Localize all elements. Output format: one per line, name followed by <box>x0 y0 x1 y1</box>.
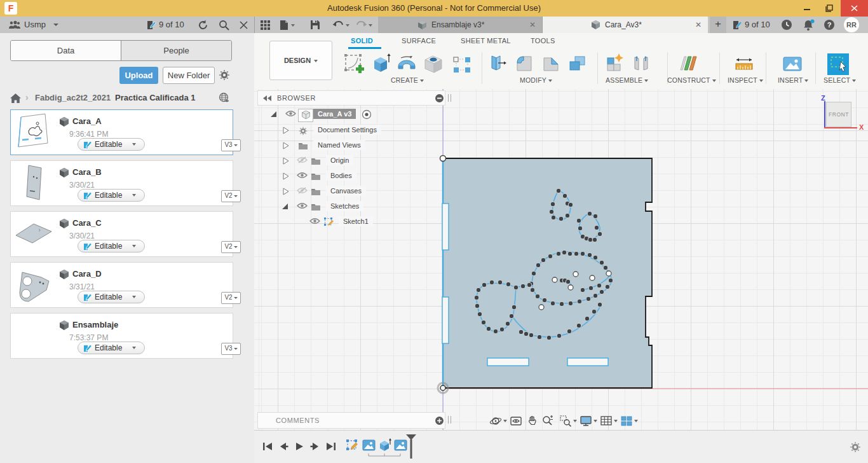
modeling-canvas[interactable]: BROWSER Cara_A v3 Document Settings Name… <box>254 89 868 430</box>
shared-globe-icon[interactable] <box>218 92 230 104</box>
browser-row-label[interactable]: Named Views <box>313 140 365 150</box>
timeline-settings-gear-icon[interactable] <box>849 441 862 453</box>
search-icon[interactable] <box>219 20 229 31</box>
group-label-construct[interactable]: CONSTRUCT <box>667 76 716 84</box>
item-version-dropdown[interactable]: V3 <box>221 343 241 355</box>
create-sketch-icon[interactable] <box>343 52 367 76</box>
zoom-window-caret[interactable] <box>573 420 577 422</box>
expanded-triangle-icon[interactable] <box>270 111 277 118</box>
collapsed-triangle-icon[interactable] <box>283 127 289 134</box>
restore-button[interactable] <box>820 0 839 17</box>
refresh-icon[interactable] <box>198 20 208 31</box>
team-chevron-down-icon[interactable] <box>53 24 58 26</box>
data-item-cara-d[interactable]: Cara_D 3/31/21 Editable V2 <box>10 262 233 308</box>
data-item-cara-c[interactable]: Cara_C 3/30/21 Editable V2 <box>10 211 233 257</box>
ribbon-tab-sheet-metal[interactable]: SHEET METAL <box>461 37 511 45</box>
upload-button[interactable]: Upload <box>119 67 158 84</box>
visibility-eye-icon[interactable] <box>285 110 296 117</box>
timeline-step-forward-icon[interactable] <box>309 441 321 452</box>
revolve-icon[interactable] <box>395 52 419 76</box>
viewports-caret[interactable] <box>634 420 638 422</box>
workspace-selector[interactable]: DESIGN <box>269 41 332 80</box>
close-button[interactable] <box>841 0 868 17</box>
display-settings-caret[interactable] <box>593 420 597 422</box>
minimize-button[interactable] <box>797 0 817 17</box>
browser-row-label[interactable]: Canvases <box>326 186 366 196</box>
timeline-skip-start-icon[interactable] <box>262 441 273 452</box>
visibility-off-eye-icon[interactable] <box>297 187 308 194</box>
new-folder-button[interactable]: New Folder <box>163 67 215 84</box>
browser-row-document-settings[interactable]: Document Settings <box>257 124 445 138</box>
browser-row-sketch1[interactable]: Sketch1 <box>257 216 445 230</box>
item-version-dropdown[interactable]: V3 <box>221 139 241 151</box>
group-label-create[interactable]: CREATE <box>391 76 424 84</box>
item-status-dropdown[interactable]: Editable <box>78 138 145 151</box>
item-version-dropdown[interactable]: V2 <box>221 241 241 253</box>
ribbon-tab-tools[interactable]: TOOLS <box>531 37 555 45</box>
visibility-eye-icon[interactable] <box>309 218 320 225</box>
redo-icon[interactable] <box>356 20 367 29</box>
group-label-inspect[interactable]: INSPECT <box>728 76 763 84</box>
data-item-ensamblaje[interactable]: Ensamblaje 7:53:37 PM Editable V3 <box>10 313 233 359</box>
notifications-bell-icon[interactable] <box>803 19 815 31</box>
new-component-icon[interactable] <box>603 52 627 76</box>
browser-row-label[interactable]: Sketch1 <box>339 216 373 226</box>
joint-icon[interactable] <box>630 52 653 76</box>
viewcube[interactable]: Z FRONT X <box>820 94 867 134</box>
hole-icon[interactable] <box>422 52 445 76</box>
item-status-dropdown[interactable]: Editable <box>78 342 145 354</box>
browser-row-named-views[interactable]: Named Views <box>257 139 445 153</box>
browser-row-label[interactable]: Cara_A v3 <box>313 109 356 119</box>
grid-display-caret[interactable] <box>614 420 618 422</box>
measure-icon[interactable] <box>733 52 756 76</box>
chamfer-icon[interactable] <box>539 52 562 76</box>
activate-radio-icon[interactable] <box>362 109 372 120</box>
fillet-icon[interactable] <box>513 52 536 76</box>
group-label-modify[interactable]: MODIFY <box>520 76 552 84</box>
browser-row-root[interactable]: Cara_A v3 <box>257 108 445 122</box>
look-at-icon[interactable] <box>510 415 524 427</box>
undo-icon[interactable] <box>332 20 344 29</box>
insert-image-icon[interactable] <box>781 52 804 76</box>
data-item-cara-a[interactable]: Cara_A 9:36:41 PM Editable V3 <box>10 109 233 155</box>
viewports-icon[interactable] <box>620 415 634 427</box>
group-label-assemble[interactable]: ASSEMBLE <box>606 76 648 84</box>
browser-row-bodies[interactable]: Bodies <box>257 170 445 184</box>
pan-hand-icon[interactable] <box>526 415 540 427</box>
breadcrumb-current[interactable]: Practica Calificada 1 <box>115 93 195 102</box>
collapsed-triangle-icon[interactable] <box>283 188 289 195</box>
timeline-step-back-icon[interactable] <box>278 441 289 452</box>
undo-caret[interactable] <box>346 24 349 27</box>
help-icon[interactable]: ? <box>824 19 835 31</box>
collapse-all-icon[interactable] <box>435 93 444 103</box>
home-icon[interactable] <box>10 93 21 103</box>
press-pull-icon[interactable] <box>486 52 509 76</box>
close-panel-icon[interactable] <box>239 20 248 30</box>
display-settings-icon[interactable] <box>580 415 593 427</box>
visibility-off-eye-icon[interactable] <box>297 156 308 163</box>
doc-tab-cara-a[interactable]: Cara_Av3* ✕ <box>543 17 708 33</box>
select-tool-icon[interactable] <box>826 52 850 76</box>
timeline-play-icon[interactable] <box>294 441 305 452</box>
group-label-select[interactable]: SELECT <box>824 76 856 84</box>
collapsed-triangle-icon[interactable] <box>283 157 289 165</box>
browser-row-label[interactable]: Document Settings <box>313 125 381 135</box>
history-clock-icon[interactable] <box>781 19 792 31</box>
new-tab-button[interactable]: + <box>710 17 726 33</box>
redo-caret[interactable] <box>369 24 372 27</box>
zoom-icon[interactable] <box>541 415 555 427</box>
comments-bar[interactable]: COMMENTS <box>257 412 445 429</box>
zoom-window-icon[interactable] <box>559 415 573 427</box>
combine-icon[interactable] <box>566 52 589 76</box>
expanded-triangle-icon[interactable] <box>281 203 288 210</box>
browser-row-label[interactable]: Origin <box>326 155 353 165</box>
browser-row-origin[interactable]: Origin <box>257 155 445 169</box>
tab-data[interactable]: Data <box>11 41 121 60</box>
item-version-dropdown[interactable]: V2 <box>221 292 241 304</box>
breadcrumb-folder[interactable]: Fabdig_ac2t2_2021 <box>35 93 111 102</box>
save-icon[interactable] <box>310 20 320 30</box>
browser-row-sketches[interactable]: Sketches <box>257 200 445 214</box>
timeline-skip-end-icon[interactable] <box>325 441 337 452</box>
file-menu-caret[interactable] <box>291 24 295 27</box>
timeline-extrude-feature-icon[interactable] <box>378 438 392 452</box>
